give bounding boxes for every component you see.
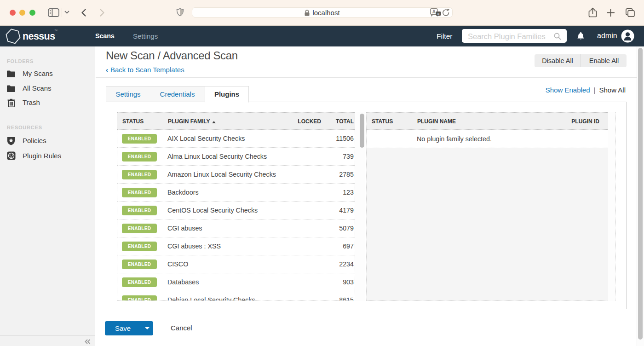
svg-text:×: × <box>437 12 440 16</box>
svg-text:A: A <box>432 9 436 14</box>
